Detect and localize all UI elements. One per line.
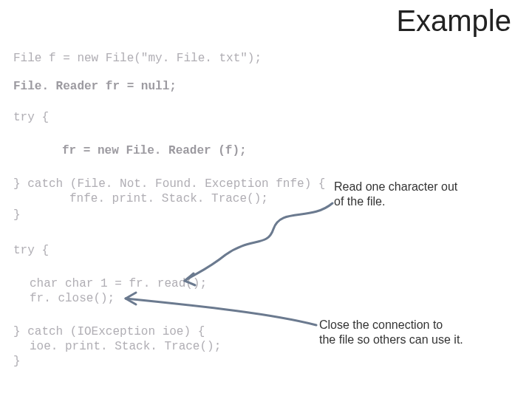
page-title: Example — [396, 4, 511, 38]
code-line-13: } — [13, 355, 21, 368]
code-line-4: fr = new File. Reader (f); — [62, 144, 247, 157]
code-line-6: fnfe. print. Stack. Trace(); — [69, 192, 268, 205]
code-line-12: ioe. print. Stack. Trace(); — [30, 340, 221, 353]
code-line-9: char char 1 = fr. read(); — [30, 277, 207, 290]
code-line-1: File f = new File("my. File. txt"); — [13, 52, 262, 65]
annotation-read-char: Read one character out of the file. — [334, 180, 457, 209]
code-line-11: } catch (IOException ioe) { — [13, 325, 205, 338]
code-line-3: try { — [13, 111, 49, 124]
code-line-8: try { — [13, 244, 49, 257]
code-line-2: File. Reader fr = null; — [13, 80, 177, 93]
annotation-close: Close the connection to the file so othe… — [319, 318, 463, 347]
code-line-5: } catch (File. Not. Found. Exception fnf… — [13, 177, 325, 191]
code-line-10: fr. close(); — [30, 292, 115, 305]
code-line-7: } — [13, 208, 21, 222]
